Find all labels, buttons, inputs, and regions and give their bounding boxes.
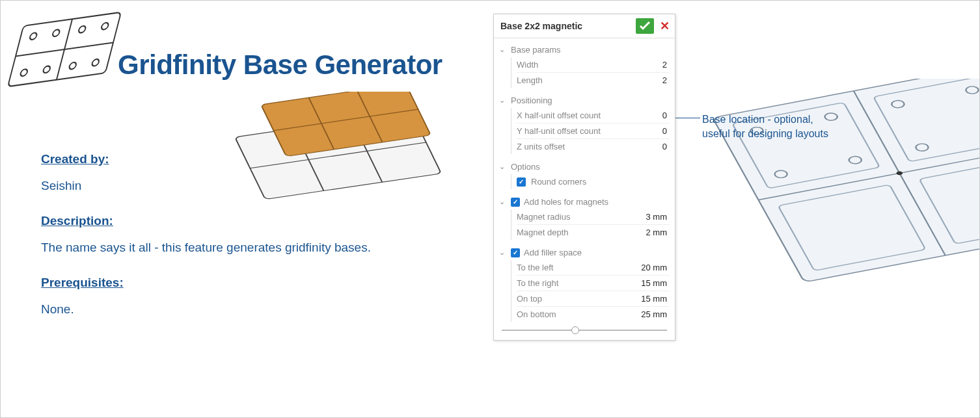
svg-point-3 [29,33,38,40]
param-value: 2 [634,75,670,85]
section-header-positioning[interactable]: ⌄ Positioning [499,93,670,108]
decorative-base-small [3,5,126,94]
ok-button[interactable] [636,18,654,34]
param-value: 0 [634,126,670,136]
section-header-base-params[interactable]: ⌄ Base params [499,42,670,57]
chevron-down-icon: ⌄ [499,96,507,105]
param-row-filler-top[interactable]: On top 15 mm [517,291,670,307]
param-value: 15 mm [634,294,670,304]
chevron-down-icon: ⌄ [499,163,507,171]
param-label: To the right [517,278,634,288]
parameter-panel: Base 2x2 magnetic ✕ ⌄ Base params Width … [493,14,675,341]
slider-thumb[interactable] [571,326,579,334]
param-label: Magnet depth [517,228,634,237]
section-header-options[interactable]: ⌄ Options [499,159,670,174]
chevron-down-icon: ⌄ [499,198,507,206]
param-value: 20 mm [634,263,670,272]
param-label: Z units offset [517,142,634,151]
created-by-label: Created by: [41,150,444,169]
option-label: Round corners [531,177,670,187]
param-value: 3 mm [634,212,670,222]
opacity-slider[interactable] [494,323,675,340]
svg-point-7 [20,69,28,77]
param-value: 2 mm [634,228,670,237]
param-value: 0 [634,142,670,151]
svg-point-9 [68,62,77,70]
svg-rect-19 [713,79,980,282]
param-label: Length [517,75,634,85]
option-round-corners[interactable]: ✓ Round corners [517,174,670,189]
param-row-filler-right[interactable]: To the right 15 mm [517,276,670,291]
checkbox-checked-icon[interactable]: ✓ [511,198,520,207]
svg-point-6 [101,22,109,30]
svg-point-4 [52,29,61,37]
svg-point-8 [42,66,51,73]
param-label: X half-unit offset count [517,111,634,120]
param-row-filler-left[interactable]: To the left 20 mm [517,260,670,276]
param-row-z-offset[interactable]: Z units offset 0 [517,139,670,154]
section-header-filler[interactable]: ⌄ ✓ Add filler space [499,245,670,260]
checkbox-checked-icon[interactable]: ✓ [511,248,520,257]
param-row-width[interactable]: Width 2 [517,57,670,73]
chevron-down-icon: ⌄ [499,46,507,54]
section-header-magnets[interactable]: ⌄ ✓ Add holes for magnets [499,194,670,209]
panel-title: Base 2x2 magnetic [500,21,636,31]
param-label: Magnet radius [517,212,634,222]
svg-line-2 [16,42,113,56]
param-value: 0 [634,111,670,120]
param-label: To the left [517,263,634,272]
checkbox-checked-icon[interactable]: ✓ [517,177,526,187]
param-row-y-offset[interactable]: Y half-unit offset count 0 [517,124,670,139]
param-row-x-offset[interactable]: X half-unit offset count 0 [517,108,670,124]
panel-header: Base 2x2 magnetic ✕ [494,14,675,38]
section-base-params: ⌄ Base params Width 2 Length 2 [494,38,675,89]
param-label: Y half-unit offset count [517,126,634,136]
param-row-length[interactable]: Length 2 [517,73,670,88]
section-label: Base params [511,45,561,55]
param-value: 25 mm [634,309,670,319]
description-value: The name says it all - this feature gene… [41,239,444,257]
svg-point-10 [91,59,100,66]
annotation-text: Base location - optional, useful for des… [702,112,832,140]
cancel-button[interactable]: ✕ [658,18,671,34]
param-value: 15 mm [634,278,670,288]
param-value: 2 [634,60,670,70]
prerequisites-value: None. [41,300,444,319]
section-label: Add holes for magnets [524,197,608,207]
section-label: Add filler space [524,248,582,257]
param-label: On bottom [517,309,634,319]
param-label: Width [517,60,634,70]
section-filler: ⌄ ✓ Add filler space To the left 20 mm T… [494,241,675,323]
page-title: Gridfinity Base Generator [118,49,442,81]
created-by-value: Seishin [41,177,444,196]
param-label: On top [517,294,634,304]
param-row-magnet-radius[interactable]: Magnet radius 3 mm [517,209,670,225]
prerequisites-label: Prerequisites: [41,274,444,293]
slider-track [502,330,667,331]
section-label: Positioning [511,96,552,105]
description-label: Description: [41,212,444,231]
param-row-filler-bottom[interactable]: On bottom 25 mm [517,307,670,322]
param-row-magnet-depth[interactable]: Magnet depth 2 mm [517,225,670,240]
svg-point-5 [78,25,87,33]
section-options: ⌄ Options ✓ Round corners [494,155,675,190]
section-positioning: ⌄ Positioning X half-unit offset count 0… [494,89,675,155]
section-label: Options [511,162,540,172]
chevron-down-icon: ⌄ [499,248,507,257]
info-block: Created by: Seishin Description: The nam… [41,150,444,319]
section-magnets: ⌄ ✓ Add holes for magnets Magnet radius … [494,190,675,241]
